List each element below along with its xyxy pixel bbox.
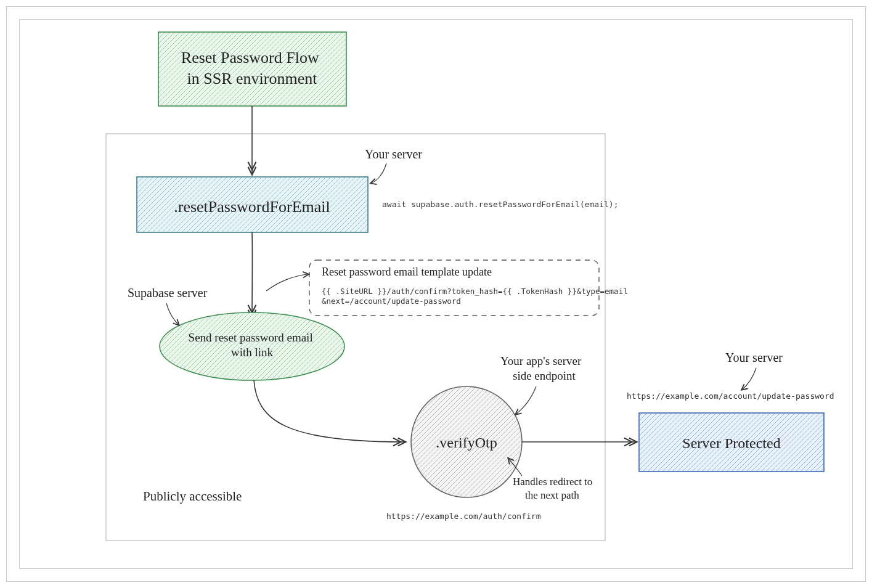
update-password-url: https://example.com/account/update-passw… <box>627 391 834 401</box>
reset-password-box: .resetPasswordForEmail <box>137 177 368 232</box>
server-protected-label: Server Protected <box>682 435 780 451</box>
title-line1: Reset Password Flow <box>181 49 319 67</box>
redirect-note-line2: the next path <box>525 489 579 501</box>
supabase-server-label: Supabase server <box>128 286 208 300</box>
send-email-line2: with link <box>231 346 274 359</box>
send-email-line1: Send reset password email <box>189 331 313 344</box>
your-server-label-2: Your server <box>725 351 783 364</box>
apps-endpoint-line2: side endpoint <box>513 369 576 382</box>
confirm-url: https://example.com/auth/confirm <box>386 512 541 521</box>
your-server-label-1: Your server <box>365 147 422 161</box>
arrow-email-to-verify <box>254 380 405 442</box>
server-protected-box: Server Protected <box>639 413 824 472</box>
template-pointer <box>266 274 308 291</box>
redirect-note-line1: Handles redirect to <box>513 476 592 488</box>
svg-text:Handles redirect to
    the ne: Handles redirect to the next path <box>513 476 595 501</box>
verify-otp-node: .verifyOtp <box>411 386 522 497</box>
svg-text:{{ .SiteURL }}/auth/confirm?to: {{ .SiteURL }}/auth/confirm?token_hash={… <box>322 287 632 306</box>
apps-endpoint-pointer <box>516 386 536 414</box>
outer-frame: Reset Password Flow in SSR environment .… <box>6 6 866 582</box>
reset-code-snippet: await supabase.auth.resetPasswordForEmai… <box>382 200 619 209</box>
svg-text:Your app's server
    side end: Your app's server side endpoint <box>500 354 584 382</box>
inner-frame: Reset Password Flow in SSR environment .… <box>19 19 853 569</box>
title-box: Reset Password Flow in SSR environment <box>158 32 346 106</box>
template-body-line1: {{ .SiteURL }}/auth/confirm?token_hash={… <box>322 287 628 296</box>
apps-endpoint-line1: Your app's server <box>500 354 582 367</box>
diagram-svg: Reset Password Flow in SSR environment .… <box>20 20 854 570</box>
send-email-node: Send reset password email with link <box>160 312 344 380</box>
svg-rect-4 <box>158 32 346 106</box>
your-server-pointer-2 <box>742 368 756 390</box>
email-template-box: Reset password email template update {{ … <box>309 260 632 316</box>
your-server-pointer-1 <box>371 163 386 183</box>
template-title: Reset password email template update <box>322 266 492 278</box>
supabase-server-pointer <box>166 303 179 325</box>
publicly-accessible-label: Publicly accessible <box>143 489 242 504</box>
title-line2: in SSR environment <box>187 70 318 88</box>
template-body-line2: &next=/account/update-password <box>322 296 461 306</box>
verify-otp-label: .verifyOtp <box>436 435 497 451</box>
reset-password-label: .resetPasswordForEmail <box>174 198 330 216</box>
